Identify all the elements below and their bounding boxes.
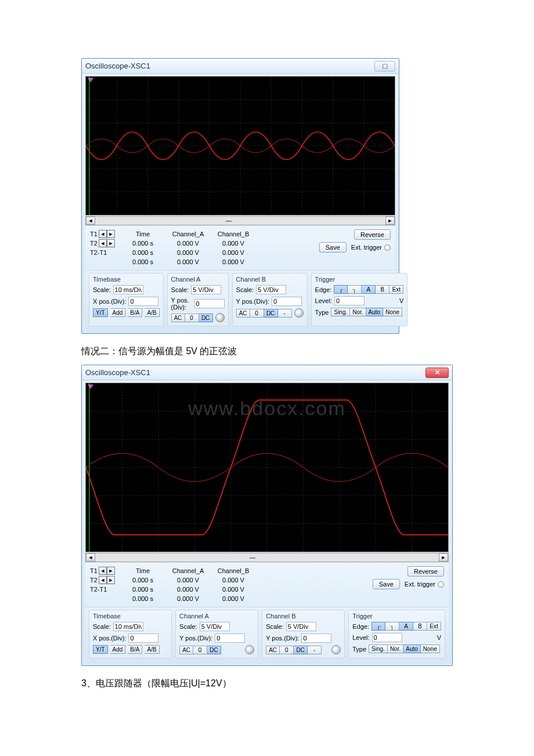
cha-ypos-input[interactable] bbox=[215, 633, 245, 643]
scroll-left-icon[interactable]: ◄ bbox=[86, 553, 95, 561]
trig-level-input[interactable] bbox=[334, 296, 365, 305]
cha-scale-input[interactable] bbox=[200, 622, 230, 631]
cha-port-icon[interactable] bbox=[245, 645, 254, 654]
cha-scale-input[interactable] bbox=[191, 285, 221, 294]
scroll-thumb[interactable] bbox=[226, 221, 232, 222]
trig-rise-button[interactable]: ┌ bbox=[334, 285, 348, 294]
trig-none-button[interactable]: None bbox=[383, 308, 402, 316]
t1-right-button[interactable]: ► bbox=[107, 230, 115, 238]
cha-ac-button[interactable]: AC bbox=[171, 314, 185, 322]
cha-0-button[interactable]: 0 bbox=[185, 314, 199, 322]
tb-ab-button[interactable]: A/B bbox=[145, 308, 159, 317]
chb-inv-button[interactable]: - bbox=[278, 309, 292, 318]
tb-xpos-input[interactable] bbox=[128, 633, 158, 643]
chb-ypos-label: Y pos.(Div): bbox=[236, 298, 269, 305]
tb-ab-button[interactable]: A/B bbox=[145, 645, 159, 654]
tb-yt-button[interactable]: Y/T bbox=[93, 645, 108, 654]
t2-right-button[interactable]: ► bbox=[107, 239, 115, 247]
chb-ypos-input[interactable] bbox=[272, 297, 302, 306]
save-button[interactable]: Save bbox=[319, 242, 347, 253]
trig-level-input[interactable] bbox=[372, 633, 402, 642]
trig-nor-button[interactable]: Nor. bbox=[388, 645, 403, 653]
tb-xpos-input[interactable] bbox=[128, 297, 158, 306]
tb-scale-label: Scale: bbox=[93, 623, 111, 630]
caption-case-2: 情况二：信号源为幅值是 5V 的正弦波 bbox=[81, 345, 453, 358]
oscilloscope-screen[interactable]: www.bdocx.com bbox=[85, 383, 449, 552]
titlebar[interactable]: Oscilloscope-XSC1 ▢ bbox=[82, 59, 399, 74]
caption-section-3: 3、电压跟随器（限幅电压|U|=12V） bbox=[81, 678, 453, 690]
chb-inv-button[interactable]: - bbox=[308, 646, 322, 654]
timebase-title: Timebase bbox=[93, 276, 160, 283]
titlebar[interactable]: Oscilloscope-XSC1 ✕ bbox=[82, 365, 452, 380]
t1-right-button[interactable]: ► bbox=[107, 567, 115, 575]
ch-b-title: Channel B bbox=[236, 276, 304, 283]
t1-left-button[interactable]: ◄ bbox=[99, 567, 107, 575]
scroll-left-icon[interactable]: ◄ bbox=[86, 217, 95, 225]
close-button[interactable]: ✕ bbox=[425, 368, 449, 378]
trig-fall-button[interactable]: ┐ bbox=[348, 285, 362, 294]
tb-scale-input[interactable] bbox=[113, 285, 143, 294]
ch-a-title: Channel A bbox=[171, 276, 225, 283]
trig-b-button[interactable]: B bbox=[413, 622, 427, 631]
t1-b: 0.000 V bbox=[213, 239, 254, 248]
oscilloscope-screen[interactable] bbox=[85, 76, 395, 215]
diff-time: 0.000 s bbox=[122, 257, 163, 267]
trig-sing-button[interactable]: Sing. bbox=[331, 308, 350, 316]
t2-right-button[interactable]: ► bbox=[107, 576, 115, 584]
trig-ext-button[interactable]: Ext bbox=[389, 285, 403, 294]
chb-dc-button[interactable]: DC bbox=[264, 309, 278, 318]
cha-port-icon[interactable] bbox=[215, 313, 225, 322]
trig-auto-button[interactable]: Auto bbox=[403, 645, 421, 653]
cha-dc-button[interactable]: DC bbox=[207, 646, 221, 654]
diff-a: 0.000 V bbox=[168, 594, 208, 603]
chb-ypos-input[interactable] bbox=[301, 633, 331, 643]
tb-add-button[interactable]: Add bbox=[110, 308, 126, 317]
trig-fall-button[interactable]: ┐ bbox=[385, 622, 399, 631]
trig-a-button[interactable]: A bbox=[399, 622, 413, 631]
t2-left-button[interactable]: ◄ bbox=[99, 239, 107, 247]
chb-scale-input[interactable] bbox=[256, 285, 286, 294]
tb-scale-input[interactable] bbox=[113, 622, 143, 631]
chb-port-icon[interactable] bbox=[331, 645, 341, 654]
save-button[interactable]: Save bbox=[373, 579, 400, 589]
tb-ba-button[interactable]: B/A bbox=[128, 308, 142, 317]
trig-auto-button[interactable]: Auto bbox=[366, 308, 384, 316]
horizontal-scrollbar[interactable]: ◄ ► bbox=[85, 553, 449, 562]
diff-b: 0.000 V bbox=[213, 257, 254, 267]
cha-0-button[interactable]: 0 bbox=[193, 646, 207, 654]
reverse-button[interactable]: Reverse bbox=[407, 566, 444, 577]
scroll-right-icon[interactable]: ► bbox=[385, 217, 395, 225]
trig-a-button[interactable]: A bbox=[362, 285, 376, 294]
scroll-thumb[interactable] bbox=[250, 557, 255, 559]
trig-ext-button[interactable]: Ext bbox=[427, 622, 441, 631]
trig-b-button[interactable]: B bbox=[376, 285, 389, 294]
chb-ac-button[interactable]: AC bbox=[266, 646, 280, 654]
cha-ypos-input[interactable] bbox=[194, 299, 225, 308]
scroll-right-icon[interactable]: ► bbox=[439, 553, 448, 561]
trig-sing-button[interactable]: Sing. bbox=[369, 645, 388, 653]
ext-trigger-port[interactable] bbox=[384, 244, 391, 251]
chb-port-icon[interactable] bbox=[294, 308, 304, 318]
trig-nor-button[interactable]: Nor. bbox=[350, 308, 366, 316]
tb-xpos-label: X pos.(Div): bbox=[93, 298, 126, 305]
trig-rise-button[interactable]: ┌ bbox=[371, 622, 385, 631]
cursor-readings: T1 ◄► T2 ◄► T2-T1 Time 0.000 s 0.000 s 0… bbox=[85, 225, 395, 270]
chb-scale-input[interactable] bbox=[286, 622, 316, 631]
trig-none-button[interactable]: None bbox=[421, 645, 440, 653]
t1-left-button[interactable]: ◄ bbox=[99, 230, 107, 238]
horizontal-scrollbar[interactable]: ◄ ► bbox=[85, 216, 395, 225]
tb-yt-button[interactable]: Y/T bbox=[93, 308, 108, 317]
chb-0-button[interactable]: 0 bbox=[250, 309, 264, 318]
cha-ac-button[interactable]: AC bbox=[179, 646, 193, 654]
tb-ba-button[interactable]: B/A bbox=[128, 645, 142, 654]
chb-0-button[interactable]: 0 bbox=[280, 646, 294, 654]
t2-left-button[interactable]: ◄ bbox=[99, 576, 107, 584]
chb-dc-button[interactable]: DC bbox=[294, 646, 308, 654]
reverse-button[interactable]: Reverse bbox=[354, 229, 391, 240]
maximize-button[interactable]: ▢ bbox=[374, 61, 395, 71]
tb-add-button[interactable]: Add bbox=[110, 645, 126, 654]
cursor-readings: T1 ◄► T2 ◄► T2-T1 Time 0.000 s 0.000 s 0… bbox=[85, 562, 449, 607]
chb-ac-button[interactable]: AC bbox=[236, 309, 250, 318]
ext-trigger-port[interactable] bbox=[438, 581, 444, 588]
cha-dc-button[interactable]: DC bbox=[199, 314, 213, 322]
